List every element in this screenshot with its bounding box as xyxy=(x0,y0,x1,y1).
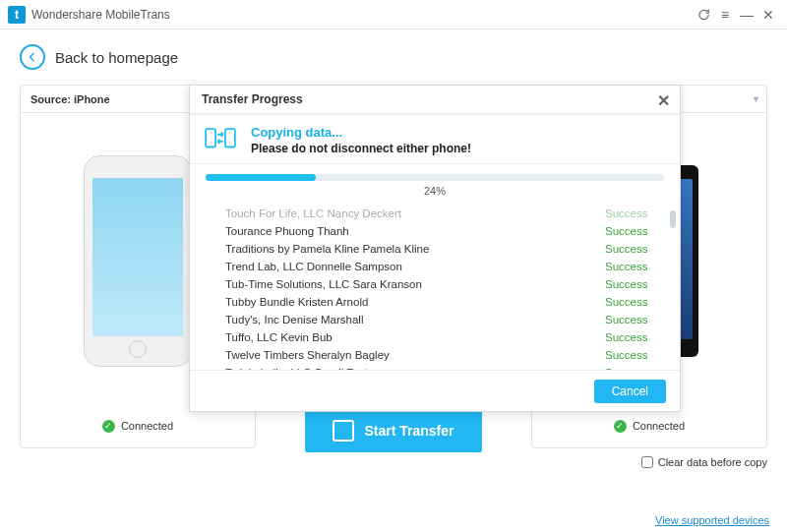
item-status: Success xyxy=(605,276,664,292)
transfer-list: Touch For Life, LLC Nancy DeckertSuccess… xyxy=(190,203,680,370)
app-title: Wondershare MobileTrans xyxy=(31,8,170,22)
svg-rect-1 xyxy=(225,129,235,147)
item-status: Success xyxy=(605,329,664,345)
source-label: Source: iPhone xyxy=(30,93,110,105)
list-item: Tudy's, Inc Denise MarshallSuccess xyxy=(190,311,680,328)
source-status-label: Connected xyxy=(121,420,173,432)
list-item: Traditions by Pamela Kline Pamela KlineS… xyxy=(190,240,680,258)
item-name: Tub-Time Solutions, LLC Sara Kranson xyxy=(225,276,605,292)
dialog-info: Copying data... Please do not disconnect… xyxy=(190,115,680,164)
dialog-close-icon[interactable]: ✕ xyxy=(657,91,670,110)
back-arrow-icon[interactable] xyxy=(20,44,45,70)
copy-title: Copying data... xyxy=(251,125,471,140)
start-transfer-button[interactable]: Start Transfer xyxy=(305,409,482,452)
close-icon[interactable]: ✕ xyxy=(757,4,779,26)
dialog-footer: Cancel xyxy=(190,370,680,411)
item-status: Success xyxy=(605,223,664,239)
menu-icon[interactable]: ≡ xyxy=(714,4,736,26)
app-logo-icon: t xyxy=(8,6,26,24)
list-item: Tub-Time Solutions, LLC Sara KransonSucc… xyxy=(190,275,680,293)
item-status: Success xyxy=(605,347,664,363)
check-icon: ✓ xyxy=(614,420,627,433)
titlebar: t Wondershare MobileTrans ≡ — ✕ xyxy=(0,0,787,30)
check-icon: ✓ xyxy=(102,420,115,433)
list-item: Tuffo, LLC Kevin BubSuccess xyxy=(190,328,680,346)
item-status: Success xyxy=(605,241,664,257)
feedback-icon[interactable] xyxy=(693,4,714,26)
list-item: Twelve Timbers Sheralyn BagleySuccess xyxy=(190,346,680,364)
list-item: Twinkabella, LLC Sandi TagtmeyerSuccess xyxy=(190,364,680,370)
dialog-title: Transfer Progress xyxy=(202,92,303,106)
progress-fill xyxy=(206,174,316,181)
item-name: Twelve Timbers Sheralyn Bagley xyxy=(225,347,605,363)
chevron-down-icon: ▾ xyxy=(754,93,758,104)
back-link[interactable]: Back to homepage xyxy=(55,49,178,66)
iphone-icon xyxy=(84,155,192,367)
source-status: ✓ Connected xyxy=(21,408,255,443)
item-name: Tudy's, Inc Denise Marshall xyxy=(225,312,605,327)
dialog-header: Transfer Progress ✕ xyxy=(190,86,680,115)
progress-section: 24% xyxy=(190,164,680,203)
item-name: Tourance Phuong Thanh xyxy=(225,223,605,239)
scrollbar-thumb[interactable] xyxy=(670,210,676,228)
clear-data-label: Clear data before copy xyxy=(658,456,767,468)
back-row: Back to homepage xyxy=(0,37,787,77)
item-status: Success xyxy=(605,259,664,274)
list-item: Tubby Bundle Kristen ArnoldSuccess xyxy=(190,293,680,311)
item-status: Success xyxy=(605,312,664,327)
item-name: Traditions by Pamela Kline Pamela Kline xyxy=(225,241,605,257)
item-status: Success xyxy=(605,294,664,310)
transfer-icon xyxy=(333,420,354,442)
minimize-icon[interactable]: — xyxy=(736,4,757,26)
list-item: Trend Lab, LLC Donnelle SampsonSuccess xyxy=(190,258,680,275)
start-transfer-label: Start Transfer xyxy=(364,423,454,439)
item-name: Tubby Bundle Kristen Arnold xyxy=(225,294,605,310)
list-item: Tourance Phuong ThanhSuccess xyxy=(190,222,680,240)
item-name: Tuffo, LLC Kevin Bub xyxy=(225,329,605,345)
clear-data-input[interactable] xyxy=(641,456,653,468)
copy-subtitle: Please do not disconnect either phone! xyxy=(251,142,471,155)
item-status: Success xyxy=(605,365,664,370)
list-item: Touch For Life, LLC Nancy DeckertSuccess xyxy=(190,205,680,222)
main-content: Source: iPhone ▾ ✓ Connected ▾ ✓ Connect… xyxy=(20,85,767,498)
item-name: Touch For Life, LLC Nancy Deckert xyxy=(225,206,605,221)
clear-data-checkbox[interactable]: Clear data before copy xyxy=(641,456,767,468)
item-name: Twinkabella, LLC Sandi Tagtmeyer xyxy=(225,365,605,370)
svg-rect-0 xyxy=(206,129,215,147)
progress-percent: 24% xyxy=(206,185,664,197)
cancel-button[interactable]: Cancel xyxy=(594,380,666,403)
item-name: Trend Lab, LLC Donnelle Sampson xyxy=(225,259,605,274)
item-status: Success xyxy=(605,206,664,221)
destination-status: ✓ Connected xyxy=(532,408,766,443)
destination-status-label: Connected xyxy=(633,420,685,432)
view-supported-devices-link[interactable]: View supported devices xyxy=(655,514,769,526)
copy-devices-icon xyxy=(204,125,237,152)
progress-bar xyxy=(206,174,664,181)
transfer-progress-dialog: Transfer Progress ✕ Copying data... Plea… xyxy=(189,85,681,412)
